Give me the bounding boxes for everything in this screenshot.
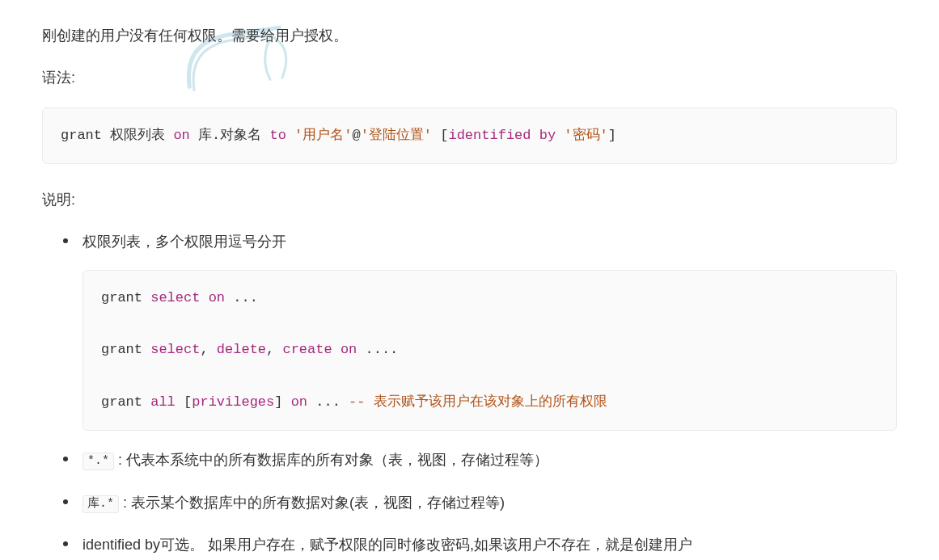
code-token: grant [101, 394, 150, 410]
code-token-comment: 表示赋予该用户在该对象上的所有权限 [374, 394, 607, 410]
code-token-keyword: on [173, 128, 189, 143]
list-item: 权限列表，多个权限用逗号分开 grant select on ... grant… [66, 229, 897, 431]
code-token: grant [101, 290, 150, 305]
code-token-keyword: identified [448, 128, 531, 143]
code-token: ... [225, 290, 258, 305]
code-token-keyword: select [150, 290, 200, 305]
code-token-keyword: by [539, 128, 556, 143]
code-token: grant [101, 342, 150, 357]
code-token [531, 128, 539, 143]
code-token-keyword: on [200, 290, 225, 305]
label-explain: 说明: [42, 187, 897, 213]
inline-code: *.* [82, 453, 114, 470]
code-token: , [266, 342, 282, 357]
list-item: 库.* : 表示某个数据库中的所有数据对象(表，视图，存储过程等) [66, 490, 897, 516]
code-token-string: '登陆位置' [361, 128, 432, 143]
code-token-keyword: to [269, 128, 286, 143]
list-item-text: 权限列表，多个权限用逗号分开 [82, 234, 286, 250]
list-item: *.* : 代表本系统中的所有数据库的所有对象（表，视图，存储过程等） [66, 447, 897, 473]
code-token: 权限列表 [102, 128, 173, 143]
code-token-keyword: select [150, 342, 200, 357]
code-token: [ [176, 394, 192, 410]
list-item-text: : 表示某个数据库中的所有数据对象(表，视图，存储过程等) [119, 495, 505, 511]
list-item: identified by可选。 如果用户存在，赋予权限的同时修改密码,如果该用… [66, 532, 897, 558]
code-token-keyword: create [282, 342, 332, 357]
code-block-grant-syntax: grant 权限列表 on 库.对象名 to '用户名'@'登陆位置' [ide… [42, 107, 897, 164]
code-token-keyword: privileges [192, 394, 274, 410]
code-token: @ [352, 128, 360, 143]
code-token [556, 128, 564, 143]
paragraph-intro: 刚创建的用户没有任何权限。需要给用户授权。 [42, 23, 897, 48]
code-token: , [200, 342, 216, 357]
code-token: 库.对象名 [190, 128, 270, 143]
code-token-comment: -- [349, 394, 374, 410]
code-token-string: '用户名' [294, 128, 352, 143]
code-token-keyword: all [150, 394, 176, 410]
bullet-list: 权限列表，多个权限用逗号分开 grant select on ... grant… [42, 229, 897, 558]
code-token: grant [61, 128, 102, 143]
inline-code: 库.* [82, 495, 119, 513]
code-token-keyword: delete [217, 342, 266, 357]
code-token-keyword: on [332, 342, 357, 357]
code-token-keyword: on [291, 394, 307, 410]
list-item-text: identified by可选。 如果用户存在，赋予权限的同时修改密码,如果该用… [82, 537, 692, 553]
code-token [286, 128, 294, 143]
code-token: ] [608, 128, 616, 143]
code-token: ... [307, 394, 349, 410]
list-item-text: : 代表本系统中的所有数据库的所有对象（表，视图，存储过程等） [114, 452, 548, 468]
code-token: .... [357, 342, 398, 357]
code-token: ] [274, 394, 290, 410]
label-syntax: 语法: [42, 65, 897, 91]
code-block-grant-examples: grant select on ... grant select, delete… [82, 270, 897, 431]
code-token: [ [432, 128, 448, 143]
code-token-string: '密码' [564, 128, 607, 143]
